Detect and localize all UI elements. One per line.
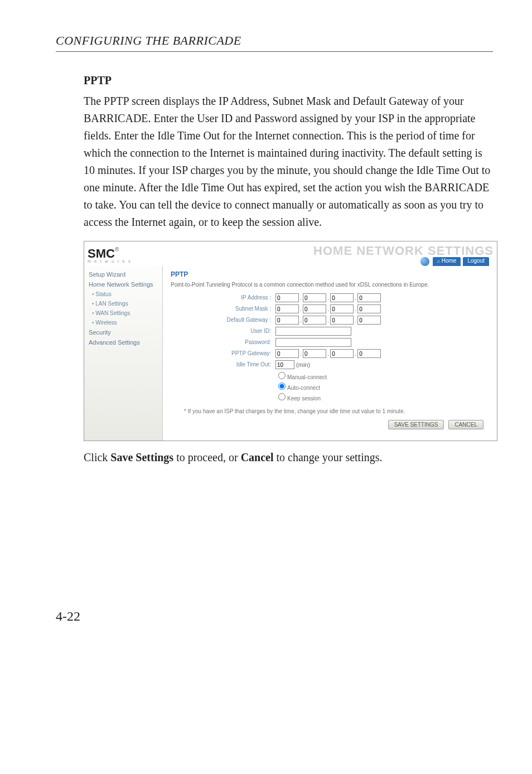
pptpgw-octet-1[interactable]	[275, 349, 299, 358]
idle-unit: (min)	[296, 361, 310, 368]
tab-home[interactable]: ⌂ Home	[433, 257, 461, 266]
closing-bold1: Save Settings	[110, 451, 173, 463]
idle-input[interactable]	[275, 360, 294, 369]
save-settings-button[interactable]: SAVE SETTINGS	[388, 420, 444, 429]
radio-auto[interactable]	[278, 383, 286, 390]
closing-suffix: to change your settings.	[274, 451, 383, 463]
main-panel: PPTP Point-to-Point Tunneling Protocol i…	[163, 266, 497, 441]
ip-octet-2[interactable]	[303, 293, 326, 302]
panel-desc: Point-to-Point Tunneling Protocol is a c…	[171, 282, 489, 288]
note-text: * If you have an ISP that charges by the…	[184, 408, 489, 414]
closing-mid: to proceed, or	[173, 451, 241, 463]
sidebar-item-home-network[interactable]: Home Network Settings	[84, 279, 162, 289]
label-pptp-gw: PPTP Gateway:	[171, 349, 275, 356]
closing-text: Click Save Settings to proceed, or Cance…	[84, 451, 493, 464]
sidebar-item-status[interactable]: Status	[84, 289, 162, 299]
label-password: Password:	[171, 338, 275, 345]
globe-icon	[420, 257, 429, 266]
label-subnet: Subnet Mask :	[171, 304, 275, 312]
label-idle: Idle Time Out:	[171, 360, 275, 367]
label-gateway: Default Gateway :	[171, 316, 275, 323]
tab-logout[interactable]: Logout	[463, 257, 489, 266]
sidebar-item-setup-wizard[interactable]: Setup Wizard	[84, 269, 162, 279]
closing-prefix: Click	[84, 451, 110, 463]
subnet-octet-3[interactable]	[330, 304, 354, 313]
sidebar: Setup Wizard Home Network Settings Statu…	[84, 266, 163, 441]
gw-octet-4[interactable]	[357, 316, 381, 325]
pptpgw-octet-2[interactable]	[303, 349, 326, 358]
userid-input[interactable]	[275, 327, 351, 336]
gw-octet-3[interactable]	[330, 316, 354, 325]
gw-octet-1[interactable]	[275, 316, 299, 325]
sidebar-item-wireless[interactable]: Wireless	[84, 318, 162, 327]
ip-octet-1[interactable]	[275, 293, 299, 302]
sidebar-item-wan[interactable]: WAN Settings	[84, 308, 162, 318]
password-input[interactable]	[275, 338, 351, 347]
page-number: 4-22	[56, 609, 493, 624]
sidebar-item-advanced[interactable]: Advanced Settings	[84, 337, 162, 347]
router-screenshot: SMC® N e t w o r k s HOME NETWORK SETTIN…	[84, 241, 497, 441]
subnet-octet-2[interactable]	[303, 304, 326, 313]
sidebar-item-security[interactable]: Security	[84, 327, 162, 337]
logo-text: SMC	[88, 246, 115, 260]
ip-octet-3[interactable]	[330, 293, 354, 302]
header-title: HOME NETWORK SETTINGS	[313, 244, 494, 258]
radio-keep[interactable]	[278, 393, 286, 400]
closing-bold2: Cancel	[241, 451, 274, 463]
subnet-octet-4[interactable]	[357, 304, 381, 313]
subnet-octet-1[interactable]	[275, 304, 299, 313]
radio-manual[interactable]	[278, 372, 286, 379]
pptpgw-octet-3[interactable]	[330, 349, 354, 358]
running-head: CONFIGURING THE BARRICADE	[56, 33, 493, 52]
ip-octet-4[interactable]	[357, 293, 381, 302]
panel-title: PPTP	[171, 270, 489, 278]
pptpgw-octet-4[interactable]	[357, 349, 381, 358]
label-ip: IP Address :	[171, 293, 275, 301]
radio-keep-label: Keep session	[287, 395, 321, 401]
section-title: PPTP	[84, 74, 493, 87]
smc-logo: SMC® N e t w o r k s	[88, 246, 132, 264]
logo-subtext: N e t w o r k s	[88, 259, 132, 264]
gw-octet-2[interactable]	[303, 316, 326, 325]
label-userid: User ID:	[171, 327, 275, 334]
radio-manual-label: Manual-connect	[287, 374, 327, 380]
body-paragraph: The PPTP screen displays the IP Address,…	[84, 93, 493, 231]
logo-reg: ®	[115, 246, 119, 253]
cancel-button[interactable]: CANCEL	[448, 420, 483, 429]
radio-auto-label: Auto-connect	[287, 385, 320, 391]
sidebar-item-lan[interactable]: LAN Settings	[84, 299, 162, 308]
